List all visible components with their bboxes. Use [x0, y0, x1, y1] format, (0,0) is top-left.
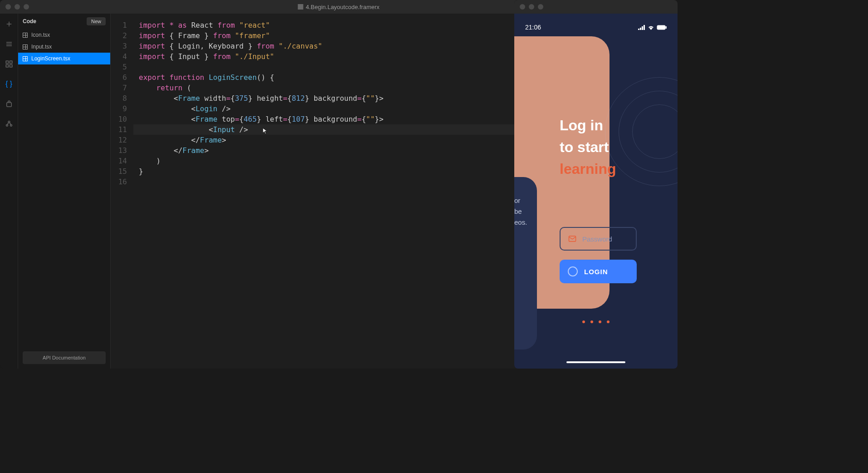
new-button[interactable]: New [87, 17, 106, 25]
line-numbers: 12345678910111213141516 [111, 20, 133, 369]
home-indicator [566, 361, 625, 363]
preview-canvas: 21:06 Log in to start learning or be eos… [514, 14, 678, 369]
file-name: LoginScreen.tsx [31, 55, 70, 62]
svg-rect-21 [640, 28, 641, 30]
close-window[interactable] [520, 4, 525, 10]
file-item-loginscreen[interactable]: LoginScreen.tsx [18, 53, 110, 64]
signal-icon [638, 25, 645, 30]
package-icon[interactable] [5, 100, 13, 108]
file-list: Icon.tsx Input.tsx LoginScreen.tsx [18, 29, 110, 348]
window-controls [5, 4, 29, 10]
grid-icon[interactable] [5, 60, 13, 68]
svg-rect-25 [666, 26, 667, 28]
minimize-window[interactable] [15, 4, 20, 10]
sidebar-footer: API Documentation [18, 348, 110, 369]
preview-window: 21:06 Log in to start learning or be eos… [514, 0, 678, 369]
svg-rect-20 [638, 29, 639, 30]
svg-rect-10 [6, 61, 8, 63]
window-title: 4.Begin.Layoutcode.framerx [297, 4, 380, 10]
login-button-label: LOGIN [584, 268, 608, 276]
svg-line-18 [7, 123, 9, 125]
preview-titlebar [514, 0, 678, 14]
dot [607, 320, 610, 323]
svg-line-19 [10, 123, 11, 125]
file-name: Icon.tsx [31, 32, 50, 38]
file-item-icon[interactable]: Icon.tsx [18, 29, 110, 41]
component-icon [23, 44, 28, 49]
maximize-window[interactable] [24, 4, 29, 10]
close-window[interactable] [5, 4, 11, 10]
login-heading: Log in to start learning [560, 114, 616, 180]
file-item-input[interactable]: Input.tsx [18, 41, 110, 53]
page-indicator [582, 320, 610, 323]
svg-rect-11 [10, 61, 12, 63]
component-icon [23, 56, 28, 61]
window-title-text: 4.Begin.Layoutcode.framerx [306, 4, 380, 10]
dot [582, 320, 585, 323]
file-sidebar: Code New Icon.tsx Input.tsx LoginScreen.… [18, 14, 111, 369]
mouse-cursor-icon [263, 128, 268, 135]
sidebar-header: Code New [18, 14, 110, 29]
svg-rect-14 [6, 103, 11, 107]
svg-rect-12 [6, 65, 8, 67]
login-circle-icon [568, 266, 578, 276]
file-name: Input.tsx [31, 44, 52, 50]
component-icon [23, 33, 28, 38]
list-icon[interactable] [5, 40, 13, 48]
preview-window-controls [520, 4, 543, 10]
code-icon[interactable]: { } [5, 80, 13, 88]
dot [590, 320, 593, 323]
svg-rect-23 [644, 25, 645, 30]
heading-accent: learning [560, 158, 616, 180]
share-icon[interactable] [5, 120, 13, 128]
status-time: 21:06 [525, 24, 541, 31]
maximize-window[interactable] [538, 4, 543, 10]
mail-icon [568, 234, 577, 243]
svg-rect-22 [642, 26, 643, 30]
add-icon[interactable] [5, 20, 13, 28]
battery-icon [657, 25, 667, 30]
password-input[interactable]: Password [560, 227, 637, 251]
minimize-window[interactable] [529, 4, 534, 10]
svg-rect-24 [657, 25, 665, 30]
login-button[interactable]: LOGIN [560, 260, 637, 283]
status-icons [638, 24, 667, 31]
body-text: or be eos. [514, 195, 527, 228]
svg-rect-13 [10, 65, 12, 67]
api-docs-button[interactable]: API Documentation [23, 351, 106, 364]
dot [599, 320, 601, 323]
heading-line: to start [560, 136, 616, 158]
document-icon [297, 4, 303, 10]
password-placeholder: Password [582, 235, 612, 243]
wifi-icon [648, 25, 654, 30]
device-status-bar: 21:06 [514, 24, 678, 31]
svg-point-15 [8, 121, 10, 123]
tool-rail: { } [0, 14, 18, 369]
sidebar-title: Code [23, 18, 36, 25]
heading-line: Log in [560, 114, 616, 136]
